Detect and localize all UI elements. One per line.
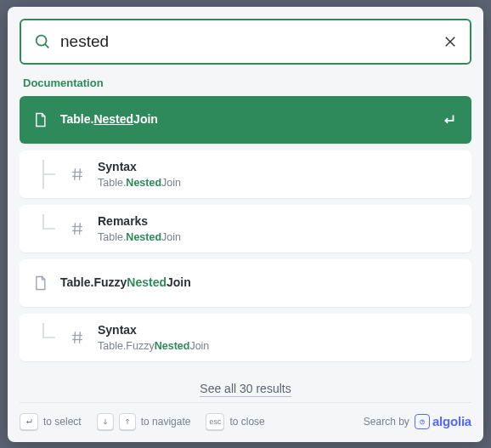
hint-navigate: to navigate — [141, 416, 191, 428]
search-input[interactable] — [60, 32, 434, 51]
enter-key-icon — [20, 413, 38, 430]
svg-line-9 — [80, 168, 81, 179]
algolia-logo: algolia — [415, 414, 471, 429]
algolia-mark-icon — [415, 414, 430, 429]
result-title: Syntax — [98, 159, 458, 174]
svg-point-0 — [37, 35, 47, 45]
result-item[interactable]: Table.FuzzyNestedJoin — [20, 259, 471, 307]
result-item[interactable]: Table.NestedJoin — [20, 96, 471, 144]
arrow-down-key-icon — [97, 413, 114, 430]
page-icon — [31, 111, 48, 128]
result-title: Table.NestedJoin — [60, 111, 427, 127]
tree-connector-icon — [31, 323, 60, 352]
result-body: RemarksTable.NestedJoin — [98, 213, 458, 242]
esc-key-icon: esc — [206, 413, 224, 430]
powered-by[interactable]: Search by algolia — [364, 414, 471, 429]
svg-line-16 — [75, 332, 76, 343]
result-subtitle: Table.NestedJoin — [98, 177, 458, 189]
hint-select: to select — [43, 416, 82, 428]
result-item[interactable]: SyntaxTable.NestedJoin — [20, 150, 471, 198]
svg-line-1 — [45, 43, 48, 47]
results-list: Table.NestedJoinSyntaxTable.NestedJoinRe… — [20, 96, 471, 370]
hash-icon — [69, 220, 86, 237]
result-title: Remarks — [98, 213, 458, 229]
enter-icon — [439, 111, 458, 129]
result-item[interactable]: RemarksTable.NestedJoin — [20, 205, 471, 252]
tree-connector-icon — [31, 160, 60, 189]
result-body: SyntaxTable.NestedJoin — [98, 159, 458, 188]
see-all-results[interactable]: See all 30 results — [20, 382, 471, 395]
svg-line-8 — [75, 168, 76, 179]
search-modal: Documentation Table.NestedJoinSyntaxTabl… — [8, 7, 483, 442]
result-subtitle: Table.NestedJoin — [98, 231, 458, 243]
search-bar[interactable] — [20, 19, 471, 65]
keyboard-hints: to select to navigate esc to close — [20, 413, 265, 430]
result-title: Syntax — [98, 322, 458, 337]
result-body: Table.NestedJoin — [60, 111, 427, 127]
search-by-label: Search by — [364, 416, 409, 428]
footer: to select to navigate esc to close Searc… — [20, 402, 471, 430]
hint-close: to close — [229, 416, 264, 428]
search-icon — [33, 32, 52, 51]
result-title: Table.FuzzyNestedJoin — [60, 275, 458, 290]
svg-line-13 — [80, 223, 81, 234]
result-item[interactable]: SyntaxTable.FuzzyNestedJoin — [20, 314, 471, 361]
page-icon — [31, 275, 48, 292]
result-body: SyntaxTable.FuzzyNestedJoin — [98, 322, 458, 351]
section-label: Documentation — [23, 77, 471, 89]
result-subtitle: Table.FuzzyNestedJoin — [98, 340, 458, 352]
algolia-wordmark: algolia — [432, 414, 471, 428]
clear-icon[interactable] — [443, 34, 458, 49]
svg-line-17 — [80, 332, 81, 343]
svg-line-12 — [75, 223, 76, 234]
arrow-up-key-icon — [119, 413, 136, 430]
tree-connector-icon — [31, 214, 60, 243]
result-body: Table.FuzzyNestedJoin — [60, 275, 458, 290]
hash-icon — [69, 166, 86, 183]
hash-icon — [69, 329, 86, 346]
